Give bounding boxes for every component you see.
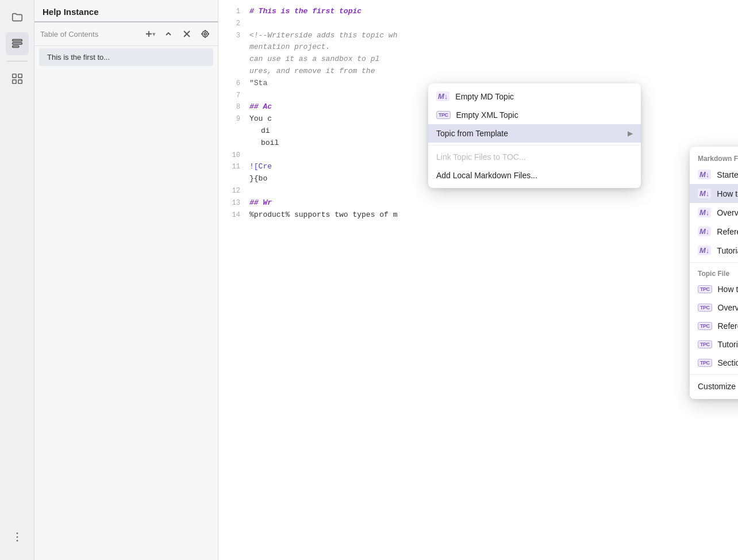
- submenu-tpc-tutorial[interactable]: TPC Tutorial: [690, 335, 738, 354]
- menu-add-local-label: Add Local Markdown Files...: [436, 171, 537, 180]
- menu-link-topic: Link Topic Files to TOC...: [428, 148, 641, 166]
- md-icon-howto: M↓: [698, 189, 711, 198]
- svg-rect-6: [18, 80, 21, 83]
- toc-toolbar: Table of Contents ▾: [34, 22, 218, 46]
- toc-label: Table of Contents: [40, 30, 139, 39]
- section-label-topic: Topic File: [690, 265, 738, 280]
- svg-point-9: [16, 540, 18, 542]
- panel-title: Help Instance: [34, 0, 218, 22]
- submenu-md-tutorial-label: Tutorial: [717, 246, 738, 255]
- code-line-3b: mentation project.: [218, 41, 738, 53]
- menu-link-topic-label: Link Topic Files to TOC...: [436, 152, 526, 162]
- submenu-tpc-howto-label: How to: [718, 285, 739, 294]
- submenu-tpc-section-label: Section Starting Page: [718, 358, 739, 367]
- svg-point-14: [202, 31, 208, 37]
- tpc-icon-overview: TPC: [698, 304, 712, 312]
- submenu-md-howto-label: How to: [717, 189, 738, 198]
- submenu-divider: [690, 262, 738, 263]
- submenu-md-starter[interactable]: M↓ Starter: [690, 165, 738, 184]
- submenu-tpc-reference[interactable]: TPC Reference: [690, 317, 738, 335]
- code-line-1: 1 # This is the first topic: [218, 6, 738, 18]
- svg-point-8: [16, 536, 18, 538]
- section-label-markdown: Markdown File: [690, 150, 738, 165]
- code-line-14: 14 %product% supports two types of m: [218, 209, 738, 221]
- tpc-icon-section: TPC: [698, 359, 712, 367]
- md-icon-starter: M↓: [698, 170, 711, 179]
- dropdown-menu-2: Markdown File M↓ Starter M↓ How to M↓ Ov…: [690, 147, 738, 399]
- submenu-tpc-tutorial-label: Tutorial: [718, 340, 739, 349]
- svg-point-7: [16, 532, 18, 534]
- submenu-tpc-section[interactable]: TPC Section Starting Page: [690, 354, 738, 372]
- submenu-tpc-overview[interactable]: TPC Overview: [690, 298, 738, 317]
- tpc-icon-howto: TPC: [698, 285, 712, 293]
- svg-point-15: [204, 33, 206, 35]
- code-line-3d: ures, and remove it from the: [218, 66, 738, 78]
- editor-area: 1 # This is the first topic 2 3 <!--Writ…: [218, 0, 738, 560]
- file-tree-item[interactable]: This is the first to...: [39, 48, 213, 66]
- submenu-md-reference-label: Reference: [717, 227, 738, 236]
- menu-topic-template-label: Topic from Template: [436, 129, 508, 138]
- submenu-md-overview[interactable]: M↓ Overview: [690, 203, 738, 222]
- code-line-2: 2: [218, 18, 738, 30]
- toc-target-button[interactable]: [198, 27, 212, 41]
- menu-divider-1: [428, 145, 641, 145]
- svg-rect-5: [12, 80, 16, 83]
- file-panel: Help Instance Table of Contents ▾: [34, 0, 218, 560]
- svg-rect-1: [12, 43, 22, 44]
- menu-empty-xml[interactable]: TPC Empty XML Topic: [428, 106, 641, 124]
- sidebar: [0, 0, 34, 560]
- menu-empty-xml-label: Empty XML Topic: [456, 110, 518, 120]
- code-line-3c: can use it as a sandbox to pl: [218, 53, 738, 66]
- toc-close-button[interactable]: [180, 27, 194, 41]
- submenu-md-reference[interactable]: M↓ Reference: [690, 222, 738, 241]
- sidebar-divider: [7, 61, 28, 62]
- code-line-13: 13 ## Wr: [218, 197, 738, 209]
- sidebar-toc-icon[interactable]: [6, 32, 29, 55]
- dropdown-menu-1: M↓ Empty MD Topic TPC Empty XML Topic To…: [428, 83, 641, 188]
- toc-up-button[interactable]: [162, 27, 175, 41]
- submenu-divider-2: [690, 374, 738, 375]
- submenu-tpc-howto[interactable]: TPC How to: [690, 280, 738, 298]
- submenu-tpc-overview-label: Overview: [718, 303, 739, 312]
- menu-topic-template[interactable]: Topic from Template ▶: [428, 124, 641, 143]
- md-icon-tutorial: M↓: [698, 246, 711, 255]
- submenu-tpc-reference-label: Reference: [718, 321, 739, 331]
- svg-rect-0: [12, 40, 22, 41]
- svg-rect-2: [12, 46, 18, 48]
- md-icon-reference: M↓: [698, 227, 711, 236]
- sidebar-folder-icon[interactable]: [6, 6, 29, 29]
- submenu-md-overview-label: Overview: [717, 208, 738, 217]
- submenu-md-howto[interactable]: M↓ How to: [690, 184, 738, 203]
- menu-add-local[interactable]: Add Local Markdown Files...: [428, 166, 641, 185]
- submenu-customize-label: Customize Templates...: [698, 382, 738, 391]
- md-icon: M↓: [436, 91, 449, 101]
- sidebar-grid-icon[interactable]: [6, 67, 29, 90]
- menu-empty-md-label: Empty MD Topic: [455, 92, 514, 101]
- md-icon-overview: M↓: [698, 208, 711, 217]
- svg-rect-4: [18, 74, 21, 78]
- tpc-icon: TPC: [436, 111, 451, 119]
- submenu-arrow-icon: ▶: [628, 129, 633, 137]
- tpc-icon-reference: TPC: [698, 322, 712, 330]
- submenu-customize[interactable]: Customize Templates...: [690, 377, 738, 396]
- menu-empty-md[interactable]: M↓ Empty MD Topic: [428, 87, 641, 106]
- tpc-icon-tutorial: TPC: [698, 340, 712, 348]
- code-line-3: 3 <!--Writerside adds this topic wh: [218, 30, 738, 42]
- toc-add-button[interactable]: ▾: [143, 27, 157, 41]
- submenu-md-tutorial[interactable]: M↓ Tutorial: [690, 241, 738, 260]
- submenu-md-starter-label: Starter: [717, 170, 738, 179]
- sidebar-more-icon[interactable]: [6, 526, 29, 549]
- svg-rect-3: [12, 74, 16, 78]
